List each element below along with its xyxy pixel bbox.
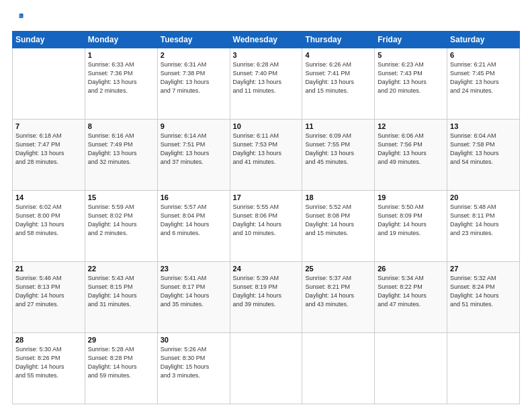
day-number: 22 [88,265,154,273]
day-number: 19 [378,193,444,201]
day-info: Sunrise: 5:46 AMSunset: 8:13 PMDaylight:… [15,274,82,309]
day-number: 13 [450,122,517,130]
day-number: 16 [161,193,227,201]
page: SundayMondayTuesdayWednesdayThursdayFrid… [0,0,532,411]
calendar-cell: 24Sunrise: 5:39 AMSunset: 8:19 PMDayligh… [230,262,302,333]
calendar-cell: 20Sunrise: 5:48 AMSunset: 8:11 PMDayligh… [447,191,520,262]
calendar-cell: 4Sunrise: 6:26 AMSunset: 7:41 PMDaylight… [302,48,375,120]
logo-icon [12,12,24,24]
day-header-wednesday: Wednesday [230,32,302,48]
day-info: Sunrise: 6:14 AMSunset: 7:51 PMDaylight:… [161,132,227,167]
calendar-cell: 14Sunrise: 6:02 AMSunset: 8:00 PMDayligh… [13,191,85,262]
day-number: 27 [450,265,517,273]
day-info: Sunrise: 5:41 AMSunset: 8:17 PMDaylight:… [161,274,227,309]
day-info: Sunrise: 5:26 AMSunset: 8:30 PMDaylight:… [161,345,227,380]
day-number: 1 [88,51,154,59]
day-number: 15 [88,193,154,201]
calendar-cell: 1Sunrise: 6:33 AMSunset: 7:36 PMDaylight… [85,48,157,120]
day-info: Sunrise: 6:21 AMSunset: 7:45 PMDaylight:… [450,60,517,95]
day-info: Sunrise: 6:26 AMSunset: 7:41 PMDaylight:… [305,60,371,95]
week-row-1: 7Sunrise: 6:18 AMSunset: 7:47 PMDaylight… [13,120,520,191]
day-number: 23 [161,265,227,273]
header [12,12,520,24]
calendar-header-row: SundayMondayTuesdayWednesdayThursdayFrid… [13,32,520,48]
calendar-cell: 19Sunrise: 5:50 AMSunset: 8:09 PMDayligh… [375,191,447,262]
day-number: 14 [15,193,82,201]
day-number: 17 [233,193,300,201]
day-number: 21 [15,265,82,273]
day-info: Sunrise: 6:23 AMSunset: 7:43 PMDaylight:… [378,60,444,95]
day-info: Sunrise: 5:37 AMSunset: 8:21 PMDaylight:… [305,274,371,309]
calendar-cell: 27Sunrise: 5:32 AMSunset: 8:24 PMDayligh… [447,262,520,333]
calendar-cell [375,333,447,404]
calendar-cell: 6Sunrise: 6:21 AMSunset: 7:45 PMDaylight… [447,48,520,120]
calendar-cell: 26Sunrise: 5:34 AMSunset: 8:22 PMDayligh… [375,262,447,333]
calendar-cell: 7Sunrise: 6:18 AMSunset: 7:47 PMDaylight… [13,120,85,191]
calendar-cell: 12Sunrise: 6:06 AMSunset: 7:56 PMDayligh… [375,120,447,191]
calendar-cell: 2Sunrise: 6:31 AMSunset: 7:38 PMDaylight… [157,48,230,120]
day-number: 28 [15,336,82,344]
day-number: 6 [450,51,517,59]
day-header-thursday: Thursday [302,32,375,48]
day-number: 18 [305,193,371,201]
day-header-sunday: Sunday [13,32,85,48]
day-info: Sunrise: 5:59 AMSunset: 8:02 PMDaylight:… [88,203,154,238]
day-info: Sunrise: 5:50 AMSunset: 8:09 PMDaylight:… [378,203,444,238]
calendar-cell: 3Sunrise: 6:28 AMSunset: 7:40 PMDaylight… [230,48,302,120]
day-info: Sunrise: 6:28 AMSunset: 7:40 PMDaylight:… [233,60,300,95]
day-number: 24 [233,265,300,273]
day-info: Sunrise: 5:57 AMSunset: 8:04 PMDaylight:… [161,203,227,238]
day-info: Sunrise: 5:55 AMSunset: 8:06 PMDaylight:… [233,203,300,238]
day-number: 2 [161,51,227,59]
day-number: 7 [15,122,82,130]
week-row-2: 14Sunrise: 6:02 AMSunset: 8:00 PMDayligh… [13,191,520,262]
calendar-cell: 23Sunrise: 5:41 AMSunset: 8:17 PMDayligh… [157,262,230,333]
day-info: Sunrise: 6:06 AMSunset: 7:56 PMDaylight:… [378,132,444,167]
day-number: 11 [305,122,371,130]
calendar-cell: 29Sunrise: 5:28 AMSunset: 8:28 PMDayligh… [85,333,157,404]
day-info: Sunrise: 5:28 AMSunset: 8:28 PMDaylight:… [88,345,154,380]
calendar-cell: 5Sunrise: 6:23 AMSunset: 7:43 PMDaylight… [375,48,447,120]
calendar-cell [13,48,85,120]
calendar-cell [302,333,375,404]
day-header-tuesday: Tuesday [157,32,230,48]
day-number: 20 [450,193,517,201]
day-info: Sunrise: 6:02 AMSunset: 8:00 PMDaylight:… [15,203,82,238]
day-number: 26 [378,265,444,273]
calendar-table: SundayMondayTuesdayWednesdayThursdayFrid… [12,31,520,404]
calendar-cell: 16Sunrise: 5:57 AMSunset: 8:04 PMDayligh… [157,191,230,262]
day-info: Sunrise: 5:43 AMSunset: 8:15 PMDaylight:… [88,274,154,309]
week-row-0: 1Sunrise: 6:33 AMSunset: 7:36 PMDaylight… [13,48,520,120]
day-info: Sunrise: 6:09 AMSunset: 7:55 PMDaylight:… [305,132,371,167]
calendar-cell: 28Sunrise: 5:30 AMSunset: 8:26 PMDayligh… [13,333,85,404]
calendar-cell: 25Sunrise: 5:37 AMSunset: 8:21 PMDayligh… [302,262,375,333]
calendar-cell: 11Sunrise: 6:09 AMSunset: 7:55 PMDayligh… [302,120,375,191]
calendar-cell: 8Sunrise: 6:16 AMSunset: 7:49 PMDaylight… [85,120,157,191]
week-row-4: 28Sunrise: 5:30 AMSunset: 8:26 PMDayligh… [13,333,520,404]
calendar-cell: 21Sunrise: 5:46 AMSunset: 8:13 PMDayligh… [13,262,85,333]
day-number: 10 [233,122,300,130]
day-header-monday: Monday [85,32,157,48]
day-number: 12 [378,122,444,130]
day-number: 3 [233,51,300,59]
day-number: 8 [88,122,154,130]
day-info: Sunrise: 6:16 AMSunset: 7:49 PMDaylight:… [88,132,154,167]
day-number: 9 [161,122,227,130]
calendar-cell [447,333,520,404]
calendar-cell: 18Sunrise: 5:52 AMSunset: 8:08 PMDayligh… [302,191,375,262]
week-row-3: 21Sunrise: 5:46 AMSunset: 8:13 PMDayligh… [13,262,520,333]
day-number: 5 [378,51,444,59]
day-info: Sunrise: 5:52 AMSunset: 8:08 PMDaylight:… [305,203,371,238]
day-info: Sunrise: 6:04 AMSunset: 7:58 PMDaylight:… [450,132,517,167]
calendar-cell: 13Sunrise: 6:04 AMSunset: 7:58 PMDayligh… [447,120,520,191]
day-info: Sunrise: 6:31 AMSunset: 7:38 PMDaylight:… [161,60,227,95]
calendar-cell: 9Sunrise: 6:14 AMSunset: 7:51 PMDaylight… [157,120,230,191]
calendar-cell: 22Sunrise: 5:43 AMSunset: 8:15 PMDayligh… [85,262,157,333]
day-info: Sunrise: 5:48 AMSunset: 8:11 PMDaylight:… [450,203,517,238]
day-number: 25 [305,265,371,273]
day-header-friday: Friday [375,32,447,48]
day-number: 4 [305,51,371,59]
day-number: 29 [88,336,154,344]
calendar-cell: 17Sunrise: 5:55 AMSunset: 8:06 PMDayligh… [230,191,302,262]
day-header-saturday: Saturday [447,32,520,48]
